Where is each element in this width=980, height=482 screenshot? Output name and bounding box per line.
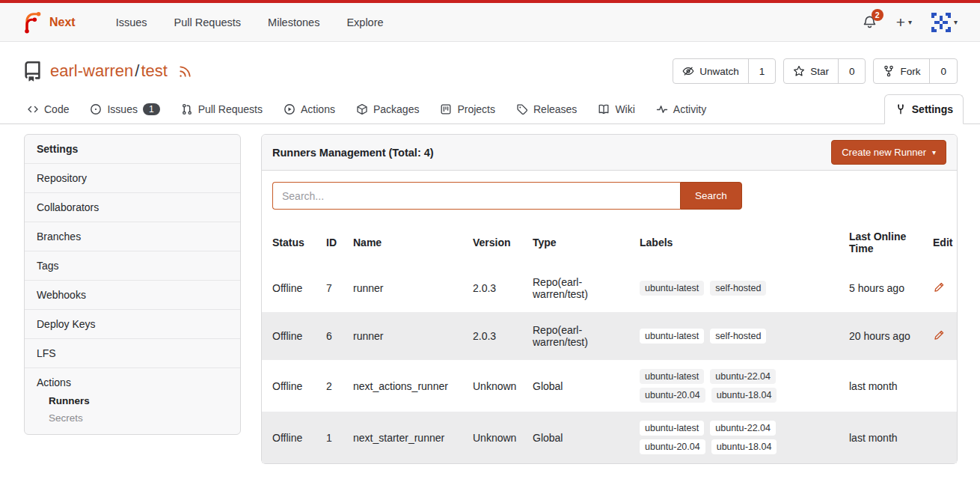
- plus-icon: +: [896, 14, 905, 30]
- runner-version: 2.0.3: [467, 312, 527, 360]
- rss-icon[interactable]: [178, 64, 192, 79]
- nav-item-pull-requests[interactable]: Pull Requests: [161, 9, 254, 36]
- caret-down-icon: ▾: [908, 18, 912, 26]
- runner-status: Offline: [262, 312, 320, 360]
- runner-last-online: 5 hours ago: [843, 264, 927, 312]
- pulse-icon: [656, 103, 668, 115]
- tab-releases[interactable]: Releases: [506, 94, 587, 124]
- sidebar-item-deploy-keys[interactable]: Deploy Keys: [25, 309, 240, 338]
- repo-owner-link[interactable]: earl-warren: [50, 61, 133, 80]
- fork-count[interactable]: 0: [929, 59, 957, 83]
- runner-label: ubuntu-20.04: [640, 439, 705, 454]
- notifications-button[interactable]: 2: [863, 15, 877, 29]
- repo-action-buttons: Unwatch 1 Star 0: [673, 58, 958, 84]
- forgejo-logo-icon: [22, 11, 43, 34]
- repo-name-link[interactable]: test: [141, 61, 167, 80]
- table-row: Offline 2 next_actions_runner Unknown Gl…: [262, 360, 957, 412]
- sidebar-item-collaborators[interactable]: Collaborators: [25, 192, 240, 222]
- tab-activity[interactable]: Activity: [646, 94, 717, 124]
- sidebar-item-lfs[interactable]: LFS: [25, 338, 240, 367]
- repo-tabbar: Code Issues 1 Pull Requests Actions Pack…: [0, 94, 980, 124]
- repo-slash: /: [135, 61, 139, 80]
- col-status: Status: [262, 221, 320, 264]
- runner-label: ubuntu-22.04: [710, 369, 776, 384]
- avatar: [931, 13, 951, 32]
- tab-actions[interactable]: Actions: [273, 94, 346, 124]
- sidebar-item-secrets[interactable]: Secrets: [49, 412, 228, 424]
- pencil-icon: [933, 329, 945, 341]
- brand-name: Next: [49, 16, 76, 29]
- runner-name: runner: [347, 312, 467, 360]
- edit-runner-button[interactable]: [933, 329, 945, 341]
- tag-icon: [516, 103, 528, 115]
- sidebar-item-webhooks[interactable]: Webhooks: [25, 280, 240, 309]
- unwatch-button[interactable]: Unwatch: [673, 59, 748, 83]
- panel-title: Runners Management (Total: 4): [272, 147, 434, 159]
- runner-label: self-hosted: [710, 281, 766, 296]
- tab-settings[interactable]: Settings: [884, 94, 964, 124]
- fork-icon: [883, 65, 895, 77]
- search-input[interactable]: [272, 182, 680, 210]
- package-icon: [356, 103, 368, 115]
- tab-pull-requests[interactable]: Pull Requests: [171, 94, 273, 124]
- tools-icon: [895, 103, 907, 115]
- sidebar-item-repository[interactable]: Repository: [25, 163, 240, 192]
- tab-packages[interactable]: Packages: [346, 94, 429, 124]
- watch-count[interactable]: 1: [748, 59, 776, 83]
- caret-down-icon: ▾: [932, 148, 936, 156]
- nav-item-explore[interactable]: Explore: [333, 9, 396, 36]
- project-icon: [440, 103, 452, 115]
- table-header-row: Status ID Name Version Type Labels Last …: [262, 221, 957, 264]
- create-menu-button[interactable]: + ▾: [896, 14, 912, 30]
- tab-wiki[interactable]: Wiki: [587, 94, 645, 124]
- col-name: Name: [347, 221, 467, 264]
- table-row: Offline 1 next_starter_runner Unknown Gl…: [262, 412, 957, 463]
- star-button-group: Star 0: [783, 58, 866, 84]
- runner-id: 1: [320, 412, 347, 463]
- runner-version: Unknown: [467, 412, 527, 463]
- create-new-runner-button[interactable]: Create new Runner ▾: [831, 140, 946, 165]
- runner-label: ubuntu-18.04: [711, 439, 777, 454]
- nav-item-issues[interactable]: Issues: [102, 9, 161, 36]
- sidebar-item-tags[interactable]: Tags: [25, 251, 240, 280]
- sidebar-item-actions[interactable]: Actions: [37, 376, 228, 388]
- fork-button-group: Fork 0: [873, 58, 958, 84]
- runner-label: ubuntu-latest: [640, 369, 704, 384]
- star-icon: [793, 65, 805, 77]
- runner-label: ubuntu-22.04: [710, 421, 776, 436]
- nav-item-milestones[interactable]: Milestones: [254, 9, 333, 36]
- fork-button[interactable]: Fork: [874, 59, 929, 83]
- col-version: Version: [467, 221, 527, 264]
- issues-count-badge: 1: [143, 103, 160, 115]
- caret-down-icon: ▾: [954, 18, 958, 26]
- runner-name: runner: [347, 264, 467, 312]
- runner-label: ubuntu-latest: [640, 329, 704, 344]
- sidebar-item-runners[interactable]: Runners: [49, 395, 228, 406]
- runner-version: 2.0.3: [467, 264, 527, 312]
- search-button[interactable]: Search: [680, 182, 742, 210]
- star-button[interactable]: Star: [784, 59, 838, 83]
- runner-label: ubuntu-latest: [640, 421, 704, 436]
- top-navbar: Next Issues Pull Requests Milestones Exp…: [0, 3, 980, 42]
- navbar-links: Issues Pull Requests Milestones Explore: [102, 9, 397, 36]
- runner-id: 6: [320, 312, 347, 360]
- home-link[interactable]: Next: [22, 11, 76, 34]
- search-row: Search: [262, 171, 957, 221]
- col-edit: Edit: [927, 221, 957, 264]
- runner-last-online: last month: [843, 412, 927, 463]
- runner-last-online: last month: [843, 360, 927, 412]
- sidebar-header-settings: Settings: [25, 135, 240, 163]
- col-labels: Labels: [634, 221, 843, 264]
- star-count[interactable]: 0: [838, 59, 866, 83]
- tab-issues[interactable]: Issues 1: [79, 94, 170, 124]
- edit-runner-button[interactable]: [933, 281, 945, 293]
- sidebar-item-branches[interactable]: Branches: [25, 222, 240, 251]
- runners-panel: Runners Management (Total: 4) Create new…: [261, 134, 958, 464]
- tab-code[interactable]: Code: [16, 94, 79, 124]
- pencil-icon: [933, 281, 945, 293]
- runner-last-online: 20 hours ago: [843, 312, 927, 360]
- code-icon: [27, 103, 39, 115]
- tab-projects[interactable]: Projects: [429, 94, 506, 124]
- user-menu-button[interactable]: ▾: [931, 13, 958, 32]
- play-circle-icon: [284, 103, 295, 115]
